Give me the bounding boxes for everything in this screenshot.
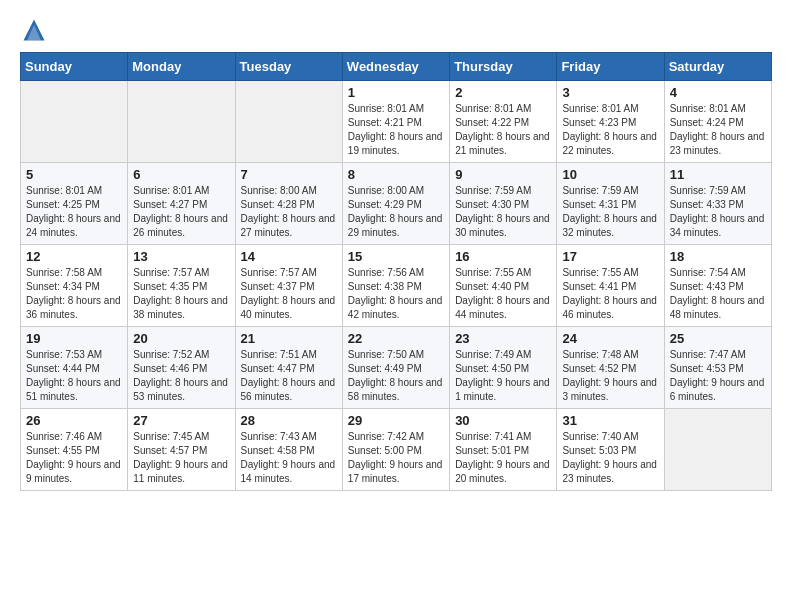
calendar-cell: 1Sunrise: 8:01 AM Sunset: 4:21 PM Daylig… <box>342 81 449 163</box>
day-content: Sunrise: 7:59 AM Sunset: 4:30 PM Dayligh… <box>455 184 551 240</box>
day-content: Sunrise: 8:01 AM Sunset: 4:22 PM Dayligh… <box>455 102 551 158</box>
day-content: Sunrise: 7:55 AM Sunset: 4:40 PM Dayligh… <box>455 266 551 322</box>
day-number: 9 <box>455 167 551 182</box>
day-number: 5 <box>26 167 122 182</box>
day-content: Sunrise: 7:47 AM Sunset: 4:53 PM Dayligh… <box>670 348 766 404</box>
day-content: Sunrise: 7:49 AM Sunset: 4:50 PM Dayligh… <box>455 348 551 404</box>
calendar-table: SundayMondayTuesdayWednesdayThursdayFrid… <box>20 52 772 491</box>
day-content: Sunrise: 7:52 AM Sunset: 4:46 PM Dayligh… <box>133 348 229 404</box>
calendar-cell: 11Sunrise: 7:59 AM Sunset: 4:33 PM Dayli… <box>664 163 771 245</box>
day-content: Sunrise: 7:58 AM Sunset: 4:34 PM Dayligh… <box>26 266 122 322</box>
calendar-cell: 7Sunrise: 8:00 AM Sunset: 4:28 PM Daylig… <box>235 163 342 245</box>
day-content: Sunrise: 7:41 AM Sunset: 5:01 PM Dayligh… <box>455 430 551 486</box>
calendar-week-1: 1Sunrise: 8:01 AM Sunset: 4:21 PM Daylig… <box>21 81 772 163</box>
day-number: 16 <box>455 249 551 264</box>
weekday-header-wednesday: Wednesday <box>342 53 449 81</box>
calendar-cell: 23Sunrise: 7:49 AM Sunset: 4:50 PM Dayli… <box>450 327 557 409</box>
day-number: 13 <box>133 249 229 264</box>
calendar-cell: 10Sunrise: 7:59 AM Sunset: 4:31 PM Dayli… <box>557 163 664 245</box>
day-content: Sunrise: 7:40 AM Sunset: 5:03 PM Dayligh… <box>562 430 658 486</box>
weekday-header-row: SundayMondayTuesdayWednesdayThursdayFrid… <box>21 53 772 81</box>
day-number: 1 <box>348 85 444 100</box>
day-content: Sunrise: 8:01 AM Sunset: 4:27 PM Dayligh… <box>133 184 229 240</box>
day-number: 2 <box>455 85 551 100</box>
day-number: 12 <box>26 249 122 264</box>
calendar-cell <box>21 81 128 163</box>
day-number: 7 <box>241 167 337 182</box>
calendar-cell <box>664 409 771 491</box>
calendar-week-4: 19Sunrise: 7:53 AM Sunset: 4:44 PM Dayli… <box>21 327 772 409</box>
day-content: Sunrise: 7:42 AM Sunset: 5:00 PM Dayligh… <box>348 430 444 486</box>
calendar-cell: 17Sunrise: 7:55 AM Sunset: 4:41 PM Dayli… <box>557 245 664 327</box>
day-number: 31 <box>562 413 658 428</box>
day-content: Sunrise: 8:01 AM Sunset: 4:25 PM Dayligh… <box>26 184 122 240</box>
day-content: Sunrise: 7:57 AM Sunset: 4:37 PM Dayligh… <box>241 266 337 322</box>
weekday-header-friday: Friday <box>557 53 664 81</box>
day-content: Sunrise: 8:01 AM Sunset: 4:21 PM Dayligh… <box>348 102 444 158</box>
page: SundayMondayTuesdayWednesdayThursdayFrid… <box>0 0 792 507</box>
day-content: Sunrise: 8:00 AM Sunset: 4:29 PM Dayligh… <box>348 184 444 240</box>
day-content: Sunrise: 8:00 AM Sunset: 4:28 PM Dayligh… <box>241 184 337 240</box>
day-number: 14 <box>241 249 337 264</box>
weekday-header-thursday: Thursday <box>450 53 557 81</box>
day-content: Sunrise: 8:01 AM Sunset: 4:23 PM Dayligh… <box>562 102 658 158</box>
day-content: Sunrise: 7:59 AM Sunset: 4:33 PM Dayligh… <box>670 184 766 240</box>
day-number: 27 <box>133 413 229 428</box>
calendar-cell: 27Sunrise: 7:45 AM Sunset: 4:57 PM Dayli… <box>128 409 235 491</box>
day-content: Sunrise: 7:45 AM Sunset: 4:57 PM Dayligh… <box>133 430 229 486</box>
calendar-cell <box>128 81 235 163</box>
calendar-cell: 15Sunrise: 7:56 AM Sunset: 4:38 PM Dayli… <box>342 245 449 327</box>
calendar-cell <box>235 81 342 163</box>
day-content: Sunrise: 7:43 AM Sunset: 4:58 PM Dayligh… <box>241 430 337 486</box>
day-number: 23 <box>455 331 551 346</box>
calendar-week-3: 12Sunrise: 7:58 AM Sunset: 4:34 PM Dayli… <box>21 245 772 327</box>
calendar-week-5: 26Sunrise: 7:46 AM Sunset: 4:55 PM Dayli… <box>21 409 772 491</box>
calendar-cell: 14Sunrise: 7:57 AM Sunset: 4:37 PM Dayli… <box>235 245 342 327</box>
logo-icon <box>20 16 48 44</box>
day-content: Sunrise: 7:51 AM Sunset: 4:47 PM Dayligh… <box>241 348 337 404</box>
weekday-header-tuesday: Tuesday <box>235 53 342 81</box>
calendar-cell: 6Sunrise: 8:01 AM Sunset: 4:27 PM Daylig… <box>128 163 235 245</box>
day-number: 21 <box>241 331 337 346</box>
logo <box>20 16 52 44</box>
weekday-header-sunday: Sunday <box>21 53 128 81</box>
day-number: 19 <box>26 331 122 346</box>
day-number: 10 <box>562 167 658 182</box>
day-number: 3 <box>562 85 658 100</box>
day-number: 28 <box>241 413 337 428</box>
weekday-header-saturday: Saturday <box>664 53 771 81</box>
day-content: Sunrise: 7:50 AM Sunset: 4:49 PM Dayligh… <box>348 348 444 404</box>
day-number: 26 <box>26 413 122 428</box>
day-content: Sunrise: 8:01 AM Sunset: 4:24 PM Dayligh… <box>670 102 766 158</box>
day-number: 25 <box>670 331 766 346</box>
day-number: 18 <box>670 249 766 264</box>
day-number: 30 <box>455 413 551 428</box>
calendar-cell: 16Sunrise: 7:55 AM Sunset: 4:40 PM Dayli… <box>450 245 557 327</box>
day-content: Sunrise: 7:53 AM Sunset: 4:44 PM Dayligh… <box>26 348 122 404</box>
day-content: Sunrise: 7:55 AM Sunset: 4:41 PM Dayligh… <box>562 266 658 322</box>
calendar-cell: 19Sunrise: 7:53 AM Sunset: 4:44 PM Dayli… <box>21 327 128 409</box>
calendar-cell: 22Sunrise: 7:50 AM Sunset: 4:49 PM Dayli… <box>342 327 449 409</box>
day-number: 8 <box>348 167 444 182</box>
day-number: 11 <box>670 167 766 182</box>
calendar-cell: 4Sunrise: 8:01 AM Sunset: 4:24 PM Daylig… <box>664 81 771 163</box>
day-content: Sunrise: 7:59 AM Sunset: 4:31 PM Dayligh… <box>562 184 658 240</box>
day-number: 4 <box>670 85 766 100</box>
calendar-cell: 9Sunrise: 7:59 AM Sunset: 4:30 PM Daylig… <box>450 163 557 245</box>
header <box>20 16 772 44</box>
day-content: Sunrise: 7:56 AM Sunset: 4:38 PM Dayligh… <box>348 266 444 322</box>
day-number: 15 <box>348 249 444 264</box>
calendar-week-2: 5Sunrise: 8:01 AM Sunset: 4:25 PM Daylig… <box>21 163 772 245</box>
calendar-cell: 13Sunrise: 7:57 AM Sunset: 4:35 PM Dayli… <box>128 245 235 327</box>
day-number: 17 <box>562 249 658 264</box>
calendar-cell: 31Sunrise: 7:40 AM Sunset: 5:03 PM Dayli… <box>557 409 664 491</box>
calendar-cell: 28Sunrise: 7:43 AM Sunset: 4:58 PM Dayli… <box>235 409 342 491</box>
calendar-cell: 24Sunrise: 7:48 AM Sunset: 4:52 PM Dayli… <box>557 327 664 409</box>
weekday-header-monday: Monday <box>128 53 235 81</box>
day-content: Sunrise: 7:46 AM Sunset: 4:55 PM Dayligh… <box>26 430 122 486</box>
day-number: 24 <box>562 331 658 346</box>
calendar-cell: 18Sunrise: 7:54 AM Sunset: 4:43 PM Dayli… <box>664 245 771 327</box>
calendar-cell: 12Sunrise: 7:58 AM Sunset: 4:34 PM Dayli… <box>21 245 128 327</box>
day-number: 6 <box>133 167 229 182</box>
calendar-cell: 8Sunrise: 8:00 AM Sunset: 4:29 PM Daylig… <box>342 163 449 245</box>
